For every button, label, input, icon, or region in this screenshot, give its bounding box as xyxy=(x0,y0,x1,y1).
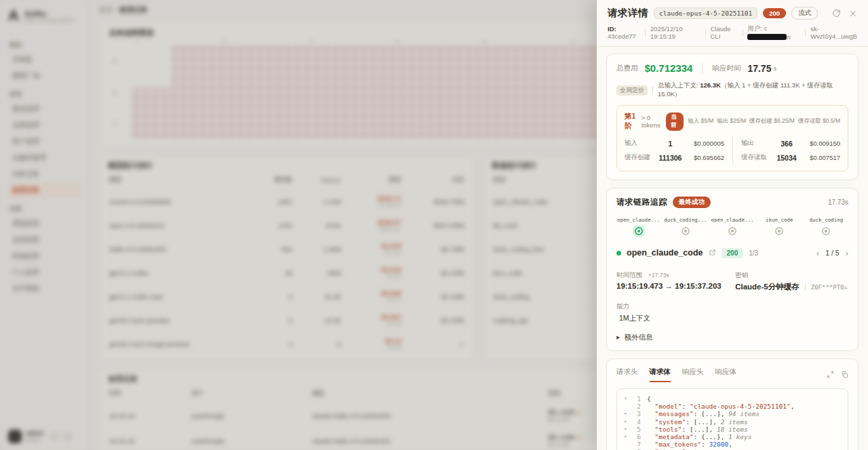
external-link-icon[interactable] xyxy=(709,247,716,259)
fold-toggle-icon[interactable]: ▸ xyxy=(621,433,630,441)
tier-cell: 输入1$0.000005 xyxy=(625,136,732,150)
trace-node[interactable]: open_claude... xyxy=(710,217,754,235)
tier-name: 第1阶 xyxy=(625,112,637,131)
trace-node-circle-icon xyxy=(635,227,643,235)
code-token: "claude-opus-4-5-20251101" xyxy=(690,403,791,410)
code-token: 94 items xyxy=(728,410,760,417)
code-line: ▸4 "system": [...], 2 items xyxy=(621,418,844,426)
drawer-body: 总费用 $0.712334 响应时间 17.75 s 全局定价 总输入上下文: … xyxy=(597,47,868,450)
global-pricing-badge: 全局定价 xyxy=(616,85,648,96)
code-token: : {...}, xyxy=(694,433,728,441)
key-field: 密钥 Claude-5分钟缓存Z0F***PT0= xyxy=(735,268,848,292)
cost-card: 总费用 $0.712334 响应时间 17.75 s 全局定价 总输入上下文: … xyxy=(606,54,859,180)
code-token: 18 items xyxy=(717,426,748,433)
refresh-button[interactable] xyxy=(832,9,841,18)
client-name: Claude CLI xyxy=(711,25,738,40)
fold-spacer xyxy=(621,441,630,448)
request-time: 2025/12/10 19:15:19 xyxy=(650,25,701,40)
extra-info-toggle[interactable]: ▶ 额外信息 xyxy=(616,333,848,342)
line-number: 4 xyxy=(630,418,641,426)
time-range-field: 时间范围+17.73s 19:15:19.473 → 19:15:37.203 xyxy=(616,268,735,292)
id-label: ID: xyxy=(608,25,616,33)
response-time-label: 响应时间 xyxy=(712,64,741,73)
code-line: ▸6 "metadata": {...}, 1 keys xyxy=(621,433,844,441)
fold-toggle-icon[interactable]: ▸ xyxy=(621,410,630,417)
tier-cell: 缓存读取15034$0.007517 xyxy=(732,150,840,165)
total-cost-value: $0.712334 xyxy=(645,62,693,74)
next-page-button[interactable]: › xyxy=(846,249,848,258)
context-summary: 总输入上下文: 126.3K（输入 1 + 缓存创建 111.3K + 缓存读取… xyxy=(658,81,848,99)
code-token: 32000 xyxy=(709,441,729,448)
code-token xyxy=(647,433,654,441)
code-token: , xyxy=(791,403,795,410)
trace-node-circle-icon xyxy=(822,227,830,235)
model-name-pill[interactable]: claude-opus-4-5-20251101 xyxy=(654,7,757,19)
trace-node[interactable]: ikun_code xyxy=(757,217,802,235)
code-token: , xyxy=(728,441,732,448)
extra-info-label: 额外信息 xyxy=(624,333,652,342)
code-token xyxy=(647,403,654,410)
tier-cell-label: 缓存读取 xyxy=(741,153,775,162)
status-badge: 200 xyxy=(763,8,786,18)
trace-node[interactable]: duck_coding xyxy=(804,217,848,235)
tier-usage-grid: 输入1$0.000005输出366$0.009150缓存创建111306$0.6… xyxy=(625,136,840,165)
tier-cell-tokens: 15034 xyxy=(775,154,798,162)
response-time-value: 17.75 xyxy=(747,63,771,74)
response-time-unit: s xyxy=(773,65,776,72)
time-range-value: 19:15:19.473 → 19:15:37.203 xyxy=(616,282,735,290)
redacted-username xyxy=(747,34,787,40)
trace-node[interactable]: duck_coding... xyxy=(663,217,707,235)
triangle-icon: ▶ xyxy=(616,335,620,340)
code-token: : xyxy=(682,403,690,410)
trace-node-circle-icon xyxy=(682,227,690,235)
tier-rates: 输入 $5/M 输出 $25/M 缓存创建 $6.25/M 缓存读取 $0.5/… xyxy=(688,117,840,125)
trace-node-row: open_claude...duck_coding...open_claude.… xyxy=(616,217,848,235)
code-line: ▾1{ xyxy=(621,395,844,403)
code-line: 7 "max_tokens": 32000, xyxy=(621,441,844,448)
expand-icon[interactable] xyxy=(827,369,834,381)
key-name: Claude-5分钟缓存 xyxy=(735,283,800,291)
stream-badge: 流式 xyxy=(791,7,818,20)
fold-toggle-icon[interactable]: ▸ xyxy=(621,418,630,426)
trace-node-label: duck_coding xyxy=(810,217,844,223)
tier-cell: 输出366$0.009150 xyxy=(732,136,840,150)
trace-node[interactable]: open_claude... xyxy=(616,217,660,235)
line-number: 2 xyxy=(630,403,641,410)
prev-page-button[interactable]: ‹ xyxy=(816,249,819,258)
tier-range: > 0 tokens xyxy=(642,114,663,129)
copy-icon[interactable] xyxy=(841,369,848,381)
tab-请求头[interactable]: 请求头 xyxy=(616,367,638,382)
code-token: "system" xyxy=(654,418,686,426)
payload-card: 请求头请求体响应头响应体 ▾1{2 "model": "claude-opus-… xyxy=(606,359,859,450)
code-token: 1 keys xyxy=(728,433,751,441)
trace-node-label: duck_coding... xyxy=(664,217,707,223)
close-button[interactable] xyxy=(849,9,857,18)
trace-node-label: open_claude... xyxy=(617,217,660,223)
code-line: 2 "model": "claude-opus-4-5-20251101", xyxy=(621,403,844,410)
tier-cell-label: 缓存创建 xyxy=(625,153,658,162)
fold-spacer xyxy=(621,403,630,410)
tab-请求体[interactable]: 请求体 xyxy=(650,367,671,382)
code-token: 2 items xyxy=(721,418,748,426)
tab-响应头[interactable]: 响应头 xyxy=(682,367,704,382)
fold-toggle-icon[interactable]: ▸ xyxy=(621,426,630,433)
code-token: "tools" xyxy=(654,426,682,433)
code-token xyxy=(647,426,654,433)
trace-node-circle-icon xyxy=(775,227,783,235)
trace-title: 请求链路追踪 xyxy=(616,197,667,208)
payload-tabs: 请求头请求体响应头响应体 xyxy=(616,367,848,382)
fold-toggle-icon[interactable]: ▾ xyxy=(621,395,630,403)
code-token: : [...], xyxy=(694,410,728,417)
tab-响应体[interactable]: 响应体 xyxy=(715,367,737,382)
tier-cell-price: $0.695662 xyxy=(682,154,724,161)
tier-cell-label: 输出 xyxy=(741,139,775,148)
line-number: 7 xyxy=(630,441,641,448)
tier-cell-price: $0.000005 xyxy=(682,140,724,147)
json-code-viewer[interactable]: ▾1{2 "model": "claude-opus-4-5-20251101"… xyxy=(616,388,848,450)
code-token xyxy=(647,410,654,417)
code-token: : [...], xyxy=(686,418,720,426)
code-token: "model" xyxy=(654,403,682,410)
code-token: : xyxy=(701,441,709,448)
tier-cell-price: $0.007517 xyxy=(798,154,840,161)
tier-current-badge: 当前 xyxy=(666,112,684,131)
